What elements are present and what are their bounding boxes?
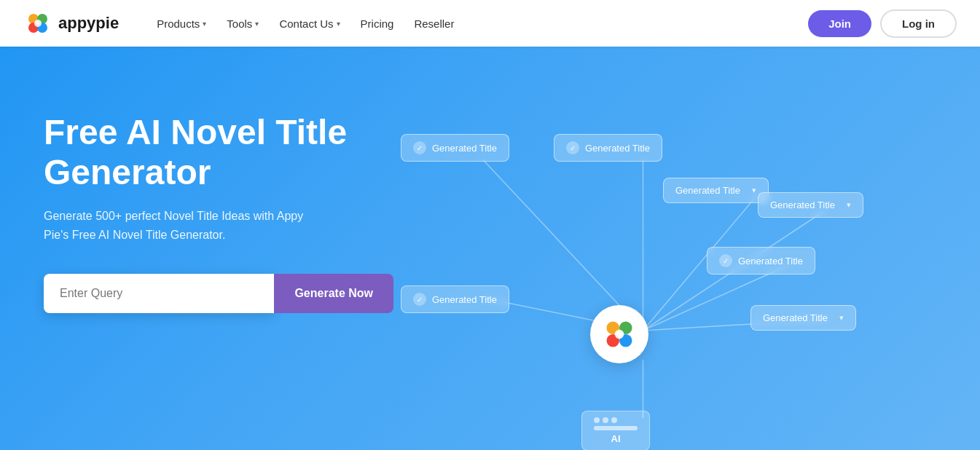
nav-tools[interactable]: Tools ▾	[218, 12, 267, 36]
chevron-down-icon: ▾	[847, 200, 851, 210]
ai-box: AI	[581, 411, 650, 450]
nav-products[interactable]: Products ▾	[148, 12, 215, 36]
ai-label: AI	[594, 433, 638, 444]
generated-title-chip-8: Generated Title ▾	[750, 305, 856, 331]
generated-title-chip-5: ✓ Generated Title	[707, 247, 815, 275]
ai-bar	[594, 426, 638, 430]
hero-description: Generate 500+ perfect Novel Title Ideas …	[44, 207, 306, 244]
logo-text: appypie	[58, 14, 119, 33]
chevron-down-icon: ▾	[752, 186, 756, 195]
generated-title-chip-3: Generated Title ▾	[663, 178, 769, 203]
chevron-down-icon: ▾	[337, 20, 340, 28]
svg-point-4	[34, 20, 42, 27]
check-icon: ✓	[566, 141, 579, 154]
check-icon: ✓	[719, 254, 732, 267]
ai-box-dots	[594, 417, 638, 423]
appypie-center-icon	[601, 316, 638, 352]
ai-dot	[594, 417, 600, 423]
logo[interactable]: appypie	[23, 9, 119, 38]
join-button[interactable]: Join	[808, 10, 871, 37]
ai-dot	[611, 417, 617, 423]
hero-diagram: ✓ Generated Title ✓ Generated Title Gene…	[393, 90, 936, 450]
header-actions: Join Log in	[808, 9, 957, 38]
hero-section: Free AI Novel Title Generator Generate 5…	[0, 47, 980, 450]
generated-title-chip-2: ✓ Generated Title	[554, 134, 662, 162]
chevron-down-icon: ▾	[255, 20, 259, 28]
generate-button[interactable]: Generate Now	[274, 274, 393, 313]
generated-title-chip-1: ✓ Generated Title	[401, 134, 509, 162]
check-icon: ✓	[413, 293, 426, 306]
nav-reseller[interactable]: Reseller	[405, 12, 463, 36]
check-icon: ✓	[413, 141, 426, 154]
generated-title-chip-4: Generated Title ▾	[758, 192, 863, 218]
chevron-down-icon: ▾	[203, 20, 206, 28]
nav-pricing[interactable]: Pricing	[352, 12, 403, 36]
nav: Products ▾ Tools ▾ Contact Us ▾ Pricing …	[148, 12, 808, 36]
login-button[interactable]: Log in	[880, 9, 957, 38]
ai-dot	[603, 417, 608, 423]
nav-contact-us[interactable]: Contact Us ▾	[270, 12, 348, 36]
chevron-down-icon: ▾	[839, 313, 844, 323]
query-input[interactable]	[44, 274, 274, 313]
generated-title-chip-7: ✓ Generated Title	[401, 285, 509, 313]
hero-left: Free AI Novel Title Generator Generate 5…	[44, 90, 393, 313]
hero-title: Free AI Novel Title Generator	[44, 112, 393, 192]
header: appypie Products ▾ Tools ▾ Contact Us ▾ …	[0, 0, 980, 47]
svg-point-17	[615, 330, 624, 339]
hero-input-row: Generate Now	[44, 274, 393, 313]
logo-icon	[23, 9, 52, 38]
center-logo-circle	[590, 305, 648, 363]
